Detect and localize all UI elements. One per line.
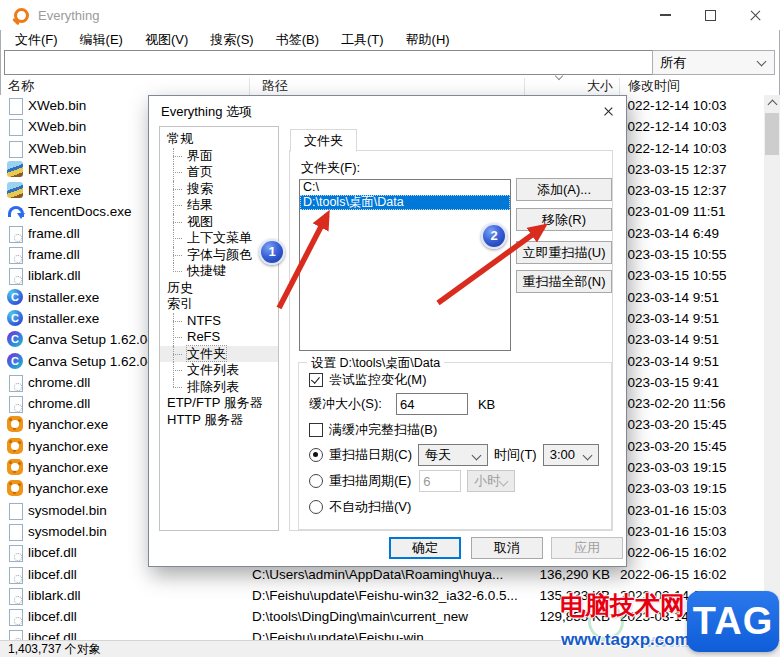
column-header-modified[interactable]: 修改时间: [620, 78, 764, 95]
file-date: 2023-03-14 6:49: [620, 223, 762, 244]
file-date: 2023-03-14 9:51: [620, 329, 762, 350]
scroll-up-button[interactable]: [764, 95, 780, 111]
tree-item[interactable]: NTFS: [160, 313, 278, 330]
dialog-title: Everything 选项: [161, 103, 252, 121]
file-type-icon: [7, 480, 23, 496]
file-date: 2023-03-20 15:45: [620, 436, 762, 457]
tree-item[interactable]: 排除列表: [160, 379, 278, 396]
tree-item-label: 界面: [187, 148, 213, 163]
menu-item[interactable]: 文件(F): [4, 30, 69, 49]
column-header-name[interactable]: 名称: [0, 78, 250, 95]
buffer-size-label: 缓冲大小(S):: [309, 395, 382, 413]
column-header-path[interactable]: 路径: [250, 78, 525, 95]
file-date: 2023-03-14 9:51: [620, 287, 762, 308]
rescan-all-button[interactable]: 重扫描全部(N): [516, 270, 612, 293]
scroll-down-button[interactable]: [764, 624, 780, 640]
tree-item-label: 结果: [187, 197, 213, 212]
rescan-date-select[interactable]: 每天: [418, 444, 488, 466]
tree-item-label: 搜索: [187, 181, 213, 196]
apply-button[interactable]: 应用: [551, 537, 623, 559]
monitor-changes-row: 尝试监控变化(M): [309, 369, 427, 391]
column-header-size[interactable]: 大小: [525, 78, 620, 95]
tree-item[interactable]: ReFS: [160, 329, 278, 346]
maximize-button[interactable]: [688, 0, 733, 30]
search-input[interactable]: [4, 50, 654, 75]
add-folder-button[interactable]: 添加(A)...: [516, 178, 612, 201]
menu-item[interactable]: 书签(B): [265, 30, 330, 49]
rescan-period-input[interactable]: [419, 470, 461, 492]
rescan-date-row: 重扫描日期(C) 每天 时间(T) 3:00: [309, 444, 599, 466]
no-auto-scan-radio[interactable]: [309, 500, 323, 514]
file-type-icon: [7, 353, 23, 369]
tree-item[interactable]: 文件列表: [160, 362, 278, 379]
rescan-date-label: 重扫描日期(C): [329, 446, 412, 464]
monitor-changes-checkbox[interactable]: [309, 373, 323, 387]
tab-folders[interactable]: 文件夹: [290, 129, 357, 152]
full-scan-label: 满缓冲完整扫描(B): [329, 421, 437, 439]
title-bar: Everything: [0, 0, 780, 30]
full-scan-checkbox[interactable]: [309, 423, 323, 437]
menu-item[interactable]: 视图(V): [134, 30, 199, 49]
cancel-button[interactable]: 取消: [471, 537, 543, 559]
tree-item[interactable]: 视图: [160, 214, 278, 231]
folders-listbox[interactable]: C:\ D:\tools\桌面\Data: [299, 179, 511, 351]
tree-item-label: 首页: [187, 164, 213, 179]
tree-item[interactable]: 文件夹: [160, 346, 278, 363]
options-dialog: Everything 选项 常规 界面 首页 搜索: [148, 95, 627, 567]
scrollbar-thumb[interactable]: [765, 113, 779, 155]
rescan-period-radio[interactable]: [309, 474, 323, 488]
vertical-scrollbar[interactable]: [764, 95, 780, 640]
file-type-icon: [9, 141, 23, 158]
close-icon: [603, 106, 614, 117]
file-size: 129,855 KB: [520, 606, 610, 627]
close-button[interactable]: [733, 0, 778, 30]
tree-item[interactable]: 搜索: [160, 181, 278, 198]
tree-item-label: 文件列表: [187, 362, 239, 377]
tree-item[interactable]: 界面: [160, 148, 278, 165]
tree-item[interactable]: 历史: [160, 280, 278, 297]
file-date: 2022-06-15 16:02: [620, 564, 762, 585]
file-date: 2023-03-14 10:40: [620, 606, 762, 627]
buffer-size-input[interactable]: [396, 393, 468, 415]
file-path: D:\tools\DingDing\main\current_new: [252, 606, 518, 627]
ok-button[interactable]: 确定: [389, 537, 461, 559]
tree-item[interactable]: ETP/FTP 服务器: [160, 395, 278, 412]
file-row[interactable]: libcef.dll D:\Feishu\update\Feishu-win..…: [0, 627, 764, 640]
menu-item[interactable]: 搜索(S): [199, 30, 264, 49]
minimize-button[interactable]: [643, 0, 688, 30]
remove-folder-button[interactable]: 移除(R): [516, 208, 612, 231]
file-type-icon: [9, 630, 23, 640]
file-date: 2023-03-15 12:37: [620, 159, 762, 180]
tree-item[interactable]: HTTP 服务器: [160, 412, 278, 429]
menu-item[interactable]: 工具(T): [330, 30, 395, 49]
file-row[interactable]: liblark.dll D:\Feishu\update\Feishu-win3…: [0, 585, 764, 606]
file-type-icon: [9, 588, 23, 605]
tree-item[interactable]: 快捷键: [160, 263, 278, 280]
file-date: 2022-06-15 16:02: [620, 542, 762, 563]
tree-item-label: ReFS: [187, 329, 220, 344]
tree-item-label: 索引: [167, 296, 193, 311]
tree-item[interactable]: 索引: [160, 296, 278, 313]
folder-list-item[interactable]: D:\tools\桌面\Data: [300, 195, 510, 210]
options-tree: 常规 界面 首页 搜索 结果 视图: [159, 126, 279, 531]
window-title: Everything: [38, 8, 99, 23]
menu-item[interactable]: 帮助(H): [395, 30, 461, 49]
time-select[interactable]: 3:00: [543, 444, 599, 466]
file-date: 2023-02-20 11:56: [620, 393, 762, 414]
tree-item[interactable]: 结果: [160, 197, 278, 214]
file-type-icon: [9, 545, 23, 562]
tree-item[interactable]: 首页: [160, 164, 278, 181]
rescan-date-radio[interactable]: [309, 448, 323, 462]
file-date: 2022-12-14 10:03: [620, 95, 762, 116]
rescan-now-button[interactable]: 立即重扫描(U): [516, 241, 612, 264]
file-date: 2023-03-03 19:15: [620, 457, 762, 478]
file-row[interactable]: libcef.dll D:\tools\DingDing\main\curren…: [0, 606, 764, 627]
filter-dropdown[interactable]: 所有: [652, 50, 775, 75]
menu-item[interactable]: 编辑(E): [69, 30, 134, 49]
dialog-close-button[interactable]: [599, 103, 617, 119]
step-2-badge: 2: [481, 223, 507, 249]
tree-item-label: 排除列表: [187, 379, 239, 394]
folder-list-item[interactable]: C:\: [300, 180, 510, 195]
rescan-period-unit-select[interactable]: 小时: [467, 470, 515, 492]
tree-item[interactable]: 常规: [160, 131, 278, 148]
